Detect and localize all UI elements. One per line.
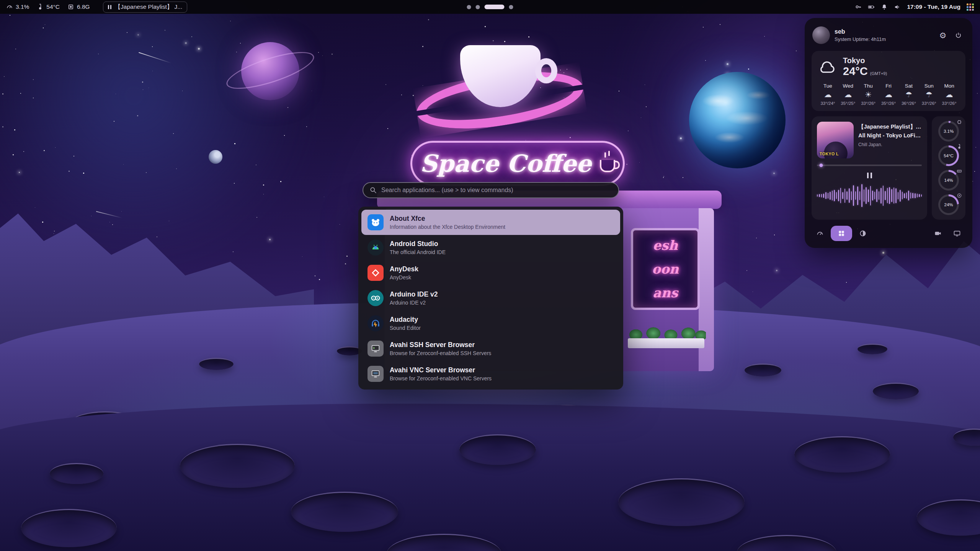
workspace-dot[interactable] <box>476 5 480 9</box>
waveform-bar <box>872 191 873 201</box>
star <box>91 216 91 216</box>
result-row-android-studio[interactable]: Android StudioThe official Android IDE <box>361 235 620 260</box>
cpu-stat[interactable]: 3.1% <box>6 3 29 10</box>
star <box>504 41 505 42</box>
thermometer-icon <box>957 144 962 149</box>
waveform-bar <box>900 190 901 202</box>
track-title-line1: 【Japanese Playlist】 Japan <box>858 123 922 130</box>
battery-icon[interactable] <box>868 3 875 10</box>
star <box>109 222 110 222</box>
waveform-bar <box>915 193 916 198</box>
waveform-bar <box>895 188 897 203</box>
result-description: Sound Editor <box>390 325 421 331</box>
star <box>493 40 494 41</box>
star <box>143 90 143 90</box>
star <box>10 15 10 16</box>
album-art-text: TOKYO L <box>820 152 839 156</box>
star <box>428 19 429 20</box>
star <box>646 106 647 107</box>
waveform-bar <box>823 194 824 198</box>
star <box>346 256 348 257</box>
star <box>165 30 165 31</box>
star <box>882 252 884 254</box>
waveform-bar <box>879 191 880 200</box>
media-progress-knob[interactable] <box>819 164 823 167</box>
cpu-value: 3.1% <box>16 3 29 10</box>
star <box>234 183 235 184</box>
launcher-search-bar[interactable] <box>363 182 619 198</box>
workspace-active-pill[interactable] <box>485 5 505 9</box>
star <box>185 42 187 44</box>
workspace-dot[interactable] <box>509 5 513 9</box>
star <box>230 21 231 21</box>
star <box>45 24 45 25</box>
waveform-bar <box>906 192 907 199</box>
result-row-audacity[interactable]: AudacitySound Editor <box>361 311 620 336</box>
memory-stat[interactable]: 6.8G <box>67 3 90 10</box>
waveform-bar <box>830 192 831 200</box>
gear-icon: ⚙ <box>939 31 947 39</box>
result-row-avahi-ssh[interactable]: Avahi SSH Server BrowserBrowse for Zeroc… <box>361 336 620 361</box>
performance-mode-button[interactable] <box>812 226 828 241</box>
star <box>137 34 139 36</box>
star <box>19 172 20 173</box>
appearance-button[interactable] <box>854 226 871 241</box>
waveform-bar <box>910 192 911 199</box>
forecast-day: Mon☁33°/26° <box>939 83 959 106</box>
result-row-avahi-vnc[interactable]: Avahi VNC Server BrowserBrowse for Zeroc… <box>361 361 620 386</box>
vpn-key-icon[interactable] <box>855 3 862 10</box>
steam-icon <box>604 152 606 158</box>
play-pause-button[interactable] <box>862 171 877 180</box>
star <box>236 52 237 52</box>
widget-sidebar: seb System Uptime: 4h11m ⚙ Tokyo 24°C <box>805 18 972 248</box>
now-playing-pill[interactable]: 【Japanese Playlist】 J... <box>103 2 188 13</box>
temperature-stat[interactable]: 54°C <box>37 3 60 10</box>
widgets-button[interactable] <box>831 226 852 241</box>
sign-text: Space Coffee <box>420 150 591 178</box>
xfce-icon <box>368 214 384 230</box>
star <box>570 137 571 138</box>
forecast-weather-icon: ☁ <box>818 89 838 100</box>
star <box>256 165 256 165</box>
waveform-bar <box>868 189 869 202</box>
thermometer-icon <box>37 3 44 10</box>
star <box>55 147 56 148</box>
star <box>54 231 55 231</box>
clock[interactable]: 17:09 - Tue, 19 Aug <box>907 3 960 10</box>
waveform-bar <box>898 192 899 199</box>
waveform-bar <box>891 189 892 202</box>
result-row-arduino-ide[interactable]: Arduino IDE v2Arduino IDE v2 <box>361 285 620 311</box>
notification-bell-icon[interactable] <box>881 3 888 10</box>
result-row-about-xfce[interactable]: About XfceInformation about the Xfce Des… <box>361 210 620 235</box>
cpu-gauge-icon <box>6 3 13 10</box>
star <box>74 156 74 156</box>
search-input[interactable] <box>381 187 612 194</box>
result-description: Browse for Zeroconf-enabled SSH Servers <box>390 350 491 356</box>
star <box>846 282 847 283</box>
track-subtitle: Chill Japan. <box>858 142 922 147</box>
temperature-value: 54°C <box>46 3 60 10</box>
window-neon-text: oon <box>652 261 679 277</box>
result-row-anydesk[interactable]: AnyDeskAnyDesk <box>361 260 620 285</box>
star <box>485 26 486 27</box>
waveform-bar <box>874 192 875 199</box>
screenshot-button[interactable] <box>949 226 965 241</box>
settings-button[interactable]: ⚙ <box>936 29 949 42</box>
workspace-dot[interactable] <box>467 5 471 9</box>
star <box>280 181 281 182</box>
waveform-bar <box>846 191 848 200</box>
app-grid-icon[interactable] <box>967 3 974 11</box>
coffee-cup-icon <box>600 160 615 172</box>
power-button[interactable] <box>952 29 965 42</box>
waveform-bar <box>855 191 856 200</box>
screen-record-button[interactable] <box>929 226 946 241</box>
star <box>20 93 21 94</box>
star <box>401 95 402 95</box>
waveform-bar <box>857 186 858 205</box>
result-description: Information about the Xfce Desktop Envir… <box>390 224 505 230</box>
waveform-bar <box>838 190 839 201</box>
waveform-bar <box>836 192 837 199</box>
result-title: Avahi SSH Server Browser <box>390 341 491 349</box>
volume-icon[interactable] <box>894 3 901 10</box>
media-progress-bar[interactable] <box>817 165 922 166</box>
